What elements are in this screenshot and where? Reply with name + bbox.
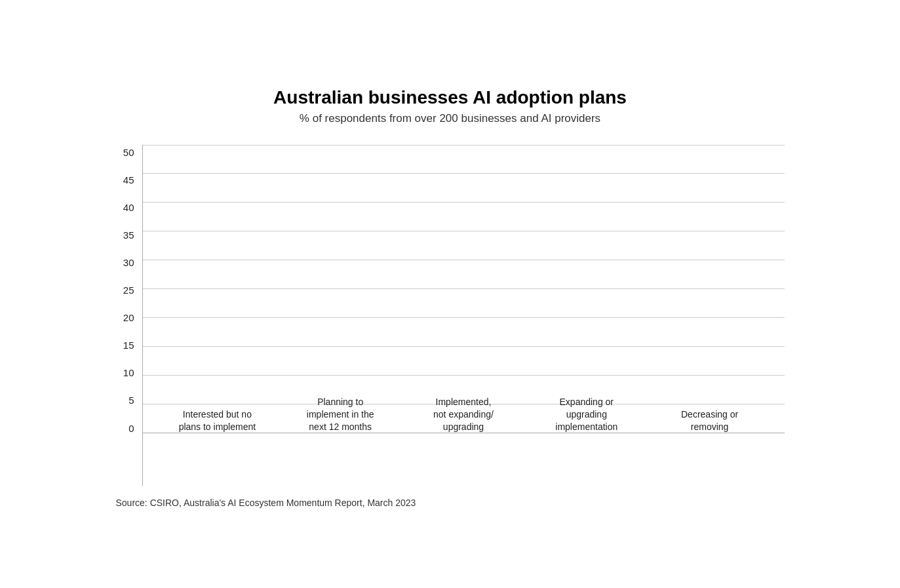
y-axis-label: 45 [123,175,134,185]
bar-group-planning: Planning toimplement in thenext 12 month… [294,389,386,433]
y-axis-label: 40 [123,203,134,212]
chart-container: Australian businesses AI adoption plans … [90,68,811,521]
bar-group-interested: Interested but noplans to implement [171,402,263,433]
bars-row: Interested but noplans to implementPlann… [143,145,785,433]
bar-group-expanding: Expanding orupgradingimplementation [541,389,633,433]
bar-label-decreasing: Decreasing orremoving [661,408,759,433]
y-axis-label: 30 [123,258,134,267]
bar-label-planning: Planning toimplement in thenext 12 month… [291,396,389,433]
y-axis-label: 5 [128,395,134,405]
chart-subtitle: % of respondents from over 200 businesse… [116,112,785,125]
y-axis-label: 10 [123,368,134,378]
y-axis: 05101520253035404550 [116,145,142,486]
bars-and-grid: Interested but noplans to implementPlann… [142,145,785,486]
chart-title: Australian businesses AI adoption plans [116,87,785,108]
y-axis-label: 25 [123,285,134,295]
bar-group-implemented: Implemented,not expanding/upgrading [418,389,509,433]
y-axis-label: 20 [123,313,134,323]
source-text: Source: CSIRO, Australia's AI Ecosystem … [116,498,785,508]
bar-label-interested: Interested but noplans to implement [168,408,266,433]
bar-group-decreasing: Decreasing orremoving [664,402,756,433]
y-axis-label: 15 [123,340,134,350]
y-axis-label: 35 [123,230,134,240]
x-axis-line [143,433,785,433]
bar-label-expanding: Expanding orupgradingimplementation [538,396,636,433]
chart-body: Interested but noplans to implementPlann… [142,145,785,486]
chart-area: 05101520253035404550 Interested but nopl… [116,145,785,486]
y-axis-label: 0 [128,423,134,433]
bar-label-implemented: Implemented,not expanding/upgrading [414,396,513,433]
y-axis-label: 50 [123,147,134,157]
